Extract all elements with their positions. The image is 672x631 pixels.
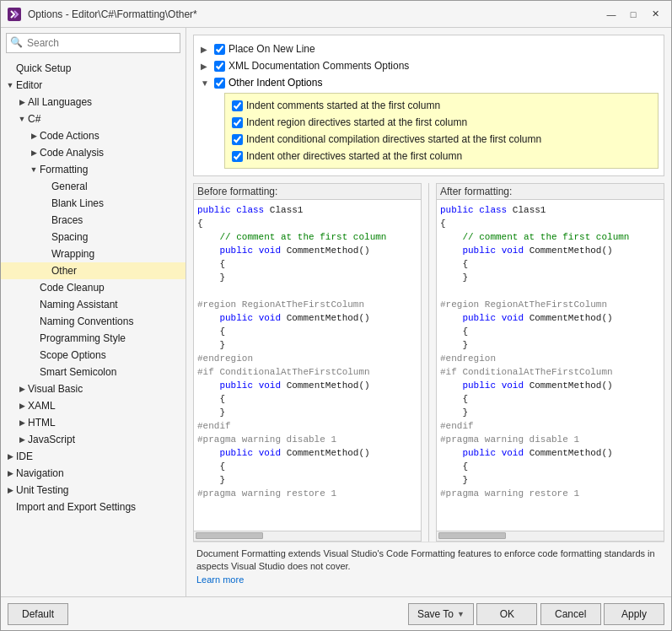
- before-hscrollbar[interactable]: [194, 531, 421, 541]
- checkbox-xml-doc[interactable]: [214, 61, 225, 72]
- tree-item-general[interactable]: General: [1, 178, 185, 195]
- default-button[interactable]: Default: [8, 603, 68, 625]
- tree-item-xaml[interactable]: ▶XAML: [1, 397, 185, 414]
- tree-label-quicksetup: Quick Setup: [16, 62, 71, 74]
- title-bar-left: Options - Editor\C#\Formatting\Other*: [8, 8, 197, 21]
- checkbox-other-indent[interactable]: [214, 78, 225, 89]
- tree-item-codeanalysis[interactable]: ▶Code Analysis: [1, 144, 185, 161]
- close-button[interactable]: ✕: [646, 7, 664, 22]
- tree-item-quicksetup[interactable]: Quick Setup: [1, 60, 185, 77]
- tree-arrow-quicksetup: [4, 62, 16, 74]
- after-formatting-panel: After formatting: public class Class1 { …: [436, 183, 664, 542]
- tree-item-scopeoptions[interactable]: Scope Options: [1, 347, 185, 364]
- tree-item-blanklines[interactable]: Blank Lines: [1, 195, 185, 212]
- after-code[interactable]: public class Class1 { // comment at the …: [437, 200, 664, 531]
- checkbox-indent-other-directives[interactable]: [232, 151, 243, 162]
- tree-item-javascript[interactable]: ▶JavaScript: [1, 431, 185, 448]
- before-formatting-label: Before formatting:: [194, 184, 421, 200]
- tree-item-wrapping[interactable]: Wrapping: [1, 245, 185, 262]
- collapse-arrow-other-indent[interactable]: ▼: [201, 78, 211, 88]
- collapse-arrow-xml[interactable]: ▶: [201, 62, 211, 71]
- minimize-button[interactable]: —: [602, 7, 621, 22]
- tree-item-importexport[interactable]: Import and Export Settings: [1, 499, 185, 515]
- tree-label-navigation: Navigation: [16, 467, 64, 479]
- tree-label-braces: Braces: [51, 214, 83, 226]
- tree-arrow-unittesting: ▶: [4, 484, 16, 496]
- tree-item-navigation[interactable]: ▶Navigation: [1, 465, 185, 482]
- option-other-indent: ▼ Other Indent Options: [199, 74, 659, 91]
- restore-button[interactable]: □: [624, 7, 642, 22]
- code-preview-area: Before formatting: public class Class1 {…: [193, 183, 664, 542]
- dialog-window: Options - Editor\C#\Formatting\Other* — …: [0, 0, 672, 631]
- search-input[interactable]: [6, 33, 180, 53]
- checkbox-place-on-new-line[interactable]: [214, 44, 225, 55]
- tree-label-editor: Editor: [16, 79, 42, 91]
- checkbox-indent-region[interactable]: [232, 117, 243, 128]
- tree-item-editor[interactable]: ▼Editor: [1, 77, 185, 94]
- tree-label-formatting: Formatting: [40, 164, 88, 175]
- tree-item-formatting[interactable]: ▼Formatting: [1, 161, 185, 178]
- sub-option-comments: Indent comments started at the first col…: [232, 97, 651, 114]
- tree-item-namingconventions[interactable]: Naming Conventions: [1, 313, 185, 330]
- collapse-arrow-place[interactable]: ▶: [201, 45, 211, 54]
- label-indent-other-directives: Indent other directives started at the f…: [246, 150, 462, 162]
- tree-item-csharp[interactable]: ▼C#: [1, 111, 185, 127]
- checkbox-indent-conditional[interactable]: [232, 134, 243, 145]
- cancel-button[interactable]: Cancel: [540, 603, 601, 625]
- search-icon: 🔍: [10, 36, 23, 48]
- tree-label-blanklines: Blank Lines: [51, 197, 104, 209]
- tree-item-smartsemicolon[interactable]: Smart Semicolon: [1, 364, 185, 380]
- tree-item-codecleanup[interactable]: Code Cleanup: [1, 279, 185, 296]
- tree-arrow-spacing: [40, 231, 51, 243]
- tree-item-programmingstyle[interactable]: Programming Style: [1, 330, 185, 347]
- tree-label-visualbasic: Visual Basic: [28, 383, 83, 395]
- tree-label-importexport: Import and Export Settings: [16, 501, 136, 513]
- tree-label-spacing: Spacing: [51, 231, 88, 243]
- tree-arrow-csharp: ▼: [16, 113, 28, 125]
- option-place-on-new-line: ▶ Place On New Line: [199, 40, 659, 57]
- tree-item-codeactions[interactable]: ▶Code Actions: [1, 127, 185, 144]
- before-code[interactable]: public class Class1 { // comment at the …: [194, 200, 421, 531]
- tree-item-unittesting[interactable]: ▶Unit Testing: [1, 482, 185, 499]
- tree-label-codeactions: Code Actions: [40, 130, 99, 142]
- learn-more-link[interactable]: Learn more: [196, 574, 244, 585]
- save-to-button[interactable]: Save To ▼: [408, 603, 474, 625]
- tree-arrow-wrapping: [40, 248, 51, 260]
- label-indent-region: Indent region directives started at the …: [246, 116, 467, 128]
- save-to-dropdown-icon: ▼: [457, 610, 465, 618]
- tree-item-braces[interactable]: Braces: [1, 212, 185, 229]
- checkbox-indent-comments[interactable]: [232, 100, 243, 111]
- tree-arrow-navigation: ▶: [4, 467, 16, 479]
- bottom-bar: Default Save To ▼ OK Cancel Apply: [1, 596, 671, 630]
- tree-item-ide[interactable]: ▶IDE: [1, 448, 185, 465]
- tree-arrow-codeanalysis: ▶: [28, 147, 40, 159]
- tree-arrow-codeactions: ▶: [28, 130, 40, 142]
- tree-arrow-namingassistant: [28, 299, 40, 310]
- tree-item-visualbasic[interactable]: ▶Visual Basic: [1, 380, 185, 397]
- tree-item-spacing[interactable]: Spacing: [1, 229, 185, 245]
- tree-label-html: HTML: [28, 417, 56, 429]
- ok-button[interactable]: OK: [476, 603, 537, 625]
- tree-label-xaml: XAML: [28, 400, 56, 412]
- content-area: 🔍 Quick Setup▼Editor▶All Languages▼C#▶Co…: [1, 28, 671, 596]
- tree-label-other: Other: [51, 265, 77, 277]
- tree-arrow-other: [40, 265, 51, 277]
- tree-item-alllanguages[interactable]: ▶All Languages: [1, 94, 185, 111]
- tree-label-unittesting: Unit Testing: [16, 484, 68, 496]
- sub-option-other-directives: Indent other directives started at the f…: [232, 148, 651, 164]
- label-indent-comments: Indent comments started at the first col…: [246, 100, 440, 111]
- search-box: 🔍: [6, 33, 180, 53]
- tree-arrow-visualbasic: ▶: [16, 383, 28, 395]
- tree-arrow-html: ▶: [16, 417, 28, 429]
- tree-label-codeanalysis: Code Analysis: [40, 147, 104, 159]
- tree-arrow-importexport: [4, 501, 16, 513]
- before-formatting-panel: Before formatting: public class Class1 {…: [193, 183, 422, 542]
- tree-item-html[interactable]: ▶HTML: [1, 414, 185, 431]
- after-hscrollbar[interactable]: [437, 531, 664, 541]
- tree-item-namingassistant[interactable]: Naming Assistant: [1, 296, 185, 313]
- tree-arrow-xaml: ▶: [16, 400, 28, 412]
- save-to-label: Save To: [417, 608, 454, 620]
- apply-button[interactable]: Apply: [604, 603, 664, 625]
- tree-arrow-javascript: ▶: [16, 434, 28, 445]
- tree-item-other[interactable]: Other: [1, 262, 185, 279]
